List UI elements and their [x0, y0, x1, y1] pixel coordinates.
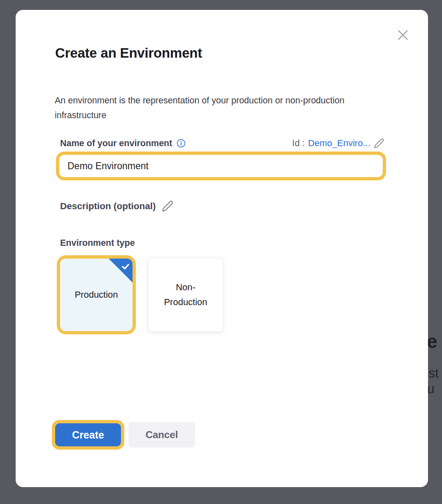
environment-type-label: Environment type [60, 238, 135, 248]
non-production-card-label: Non-Production [159, 280, 212, 310]
background-text-fragment: st [428, 366, 439, 380]
create-button-label: Create [72, 429, 104, 441]
environment-id-group: Id : Demo_Enviro... [292, 138, 384, 149]
background-text-fragment: e [427, 332, 437, 351]
close-icon [396, 28, 410, 42]
production-card-highlight-ring: Production [57, 255, 136, 334]
name-input-highlight-ring [56, 152, 386, 180]
description-label: Description (optional) [60, 201, 156, 212]
edit-description-pencil-icon[interactable] [162, 200, 174, 212]
name-field-label: Name of your environment [60, 138, 172, 149]
name-field-label-row: Name of your environment Id : Demo_Envir… [60, 136, 384, 151]
edit-id-pencil-icon[interactable] [374, 138, 384, 149]
cancel-button-label: Cancel [146, 429, 178, 441]
environment-type-option-production[interactable]: Production [60, 259, 133, 331]
cancel-button[interactable]: Cancel [128, 422, 195, 448]
info-icon[interactable] [176, 138, 186, 148]
create-button-highlight-ring: Create [52, 420, 124, 450]
environment-id-link[interactable]: Demo_Enviro... [308, 138, 370, 149]
description-field-row: Description (optional) [60, 200, 174, 212]
environment-name-input[interactable] [59, 155, 383, 177]
environment-id-prefix: Id : [292, 138, 305, 149]
modal-description: An environment is the representation of … [55, 93, 361, 123]
close-button[interactable] [395, 27, 411, 43]
create-environment-modal: Create an Environment An environment is … [16, 10, 428, 487]
create-button[interactable]: Create [55, 423, 121, 446]
checkmark-icon [121, 261, 130, 271]
modal-title: Create an Environment [55, 45, 202, 61]
environment-type-option-non-production[interactable]: Non-Production [148, 258, 223, 332]
production-card-label: Production [74, 287, 118, 302]
